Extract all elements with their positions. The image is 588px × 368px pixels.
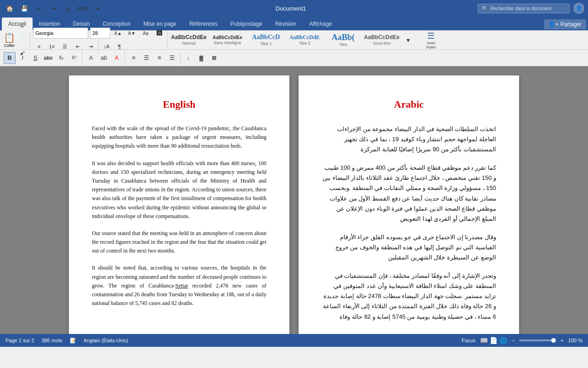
style-titre2-preview: AaBbCcDdE bbox=[289, 34, 320, 40]
font-family-input[interactable] bbox=[33, 28, 88, 39]
line-spacing-button[interactable]: ↕ bbox=[182, 52, 194, 64]
text-color-button[interactable]: A bbox=[111, 52, 123, 64]
strikethrough-button[interactable]: abc bbox=[42, 52, 54, 64]
toolbar-row1: 📋 Coller ✂ 📄 🖌 A▲ A▼ Aa 🅰 ≡ 1≡ ☰ ⇤ bbox=[0, 30, 588, 50]
language[interactable]: Anglais (États-Unis) bbox=[84, 338, 128, 343]
italic-button[interactable]: I bbox=[17, 52, 28, 64]
document-area: English Faced with the scale of the spre… bbox=[0, 66, 588, 334]
arabic-para-2: كما تقرر دعم موظفي قطاع الصحة بأكثر من 4… bbox=[322, 163, 496, 224]
tab-references[interactable]: Références bbox=[183, 17, 224, 30]
english-title: English bbox=[92, 98, 266, 110]
coller-label: Coller bbox=[4, 43, 15, 48]
title-bar: 🏠 💾 ↩ ↪ 🖨 ABC ▾ Document1 🔍 Rechercher d… bbox=[0, 0, 588, 17]
view-print-icon[interactable]: 📄 bbox=[490, 337, 498, 344]
zoom-thumb bbox=[551, 338, 556, 343]
format-section: B I S abc X₂ X² bbox=[2, 50, 82, 66]
superscript-button[interactable]: X² bbox=[68, 52, 80, 64]
spellcheck-icon[interactable]: ABC bbox=[77, 2, 89, 14]
align-center-button[interactable]: ☰ bbox=[141, 52, 153, 64]
title-right: 🔍 Rechercher dans le document 👤 bbox=[478, 3, 584, 14]
search-icon: 🔍 bbox=[482, 6, 488, 12]
volet-styles-button[interactable]: ☰ VoletStyles bbox=[419, 29, 442, 51]
align-section: ≡ ☰ ≡ ☰ ↕ ▓ ▦ bbox=[126, 50, 222, 66]
font-row1: A▲ A▼ Aa 🅰 bbox=[33, 27, 165, 39]
dropdown-icon[interactable]: ▾ bbox=[92, 2, 104, 14]
share-icon: 👤+ bbox=[548, 21, 559, 28]
view-icons: 📖 📄 🌐 bbox=[480, 337, 507, 344]
style-titre-preview: AaBb( bbox=[332, 33, 355, 43]
share-button[interactable]: 👤+ Partager bbox=[544, 19, 586, 29]
arabic-page: Arabic اتخذت السلطات الصحية في الدار الب… bbox=[299, 75, 519, 334]
shading-button[interactable]: ▓ bbox=[195, 52, 207, 64]
border-button[interactable]: ▦ bbox=[208, 52, 220, 64]
word-count: 386 mots bbox=[41, 338, 62, 343]
undo-icon[interactable]: ↩ bbox=[33, 2, 45, 14]
style-sous-titre[interactable]: AaBbCcDdEe Sous-titre bbox=[363, 30, 400, 50]
search-box[interactable]: 🔍 Rechercher dans le document bbox=[478, 4, 570, 13]
redo-icon[interactable]: ↪ bbox=[48, 2, 60, 14]
volet-label: VoletStyles bbox=[426, 41, 436, 49]
underline-button[interactable]: S bbox=[29, 52, 41, 64]
font-section: A▲ A▼ Aa 🅰 ≡ 1≡ ☰ ⇤ ⇥ ↕A ¶ bbox=[31, 32, 168, 48]
increase-font-icon[interactable]: A▲ bbox=[112, 27, 124, 39]
style-sans-interligne[interactable]: AaBbCcDdEe Sans interligne bbox=[209, 30, 246, 50]
font-color-button[interactable]: A bbox=[85, 52, 97, 64]
tab-revision[interactable]: Révision bbox=[269, 17, 303, 30]
color-section: A ab A bbox=[83, 50, 125, 66]
highlight-button[interactable]: ab bbox=[98, 52, 110, 64]
arabic-para-4: وتجدر الإشارة إلى أنه وفقًا لمصادر مختلف… bbox=[322, 271, 496, 322]
align-right-button[interactable]: ≡ bbox=[153, 52, 165, 64]
style-titre2[interactable]: AaBbCcDdE Titre 2 bbox=[286, 30, 323, 50]
english-para-1: Faced with the scale of the spread of th… bbox=[92, 124, 266, 151]
clear-format-icon[interactable]: 🅰 bbox=[153, 27, 165, 39]
settat-underline: Settat bbox=[175, 282, 188, 289]
document-title: Document1 bbox=[104, 5, 478, 12]
tab-affichage[interactable]: Affichage bbox=[303, 17, 339, 30]
save-icon[interactable]: 💾 bbox=[18, 2, 30, 14]
arabic-para-3: وقال مصدرنا إن الاجتماع جرى في جو يسوده … bbox=[322, 232, 496, 263]
view-read-icon[interactable]: 📖 bbox=[480, 337, 488, 344]
bold-button[interactable]: B bbox=[4, 52, 16, 64]
status-bar-right: Focus 📖 📄 🌐 − + 100 % bbox=[462, 337, 582, 344]
font-size-input[interactable] bbox=[90, 28, 110, 39]
english-para-2: It was also decided to support health of… bbox=[92, 159, 266, 221]
zoom-in-icon[interactable]: + bbox=[560, 338, 563, 343]
sep2 bbox=[180, 52, 181, 63]
align-left-button[interactable]: ≡ bbox=[128, 52, 140, 64]
style-normal-preview: AaBbCcDdEe bbox=[171, 34, 206, 40]
search-placeholder: Rechercher dans le document bbox=[490, 6, 551, 11]
zoom-slider[interactable] bbox=[519, 339, 556, 341]
arabic-para-1: اتخذت السلطات الصحية في الدار البيضاء مج… bbox=[322, 124, 496, 155]
styles-more-icon[interactable]: ▾ bbox=[402, 34, 414, 46]
title-bar-icons: 🏠 💾 ↩ ↪ 🖨 ABC ▾ bbox=[4, 2, 104, 14]
style-titre1[interactable]: AaBbCcD Titre 1 bbox=[248, 30, 284, 50]
zoom-out-icon[interactable]: − bbox=[512, 338, 514, 343]
status-bar: Page 1 sur 2 386 mots 📝 Anglais (États-U… bbox=[0, 334, 588, 347]
change-case-icon[interactable]: Aa bbox=[140, 27, 152, 39]
decrease-font-icon[interactable]: A▼ bbox=[126, 27, 138, 39]
zoom-level[interactable]: 100 % bbox=[568, 338, 582, 343]
coller-button[interactable]: 📋 Coller bbox=[4, 32, 15, 48]
share-label: Partager bbox=[560, 21, 582, 28]
style-normal[interactable]: AaBbCcDdEe Normal bbox=[170, 30, 207, 50]
tab-publipostage[interactable]: Publipostage bbox=[224, 17, 269, 30]
toolbar-row2: B I S abc X₂ X² A ab A ≡ ☰ ≡ ☰ ↕ ▓ ▦ bbox=[0, 50, 588, 66]
volet-icon: ☰ bbox=[427, 31, 435, 41]
style-sans-preview: AaBbCcDdEe bbox=[213, 35, 242, 40]
track-changes-icon[interactable]: 📝 bbox=[70, 338, 76, 344]
print-icon[interactable]: 🖨 bbox=[62, 2, 74, 14]
view-web-icon[interactable]: 🌐 bbox=[499, 337, 507, 344]
font-controls: A▲ A▼ Aa 🅰 ≡ 1≡ ☰ ⇤ ⇥ ↕A ¶ bbox=[33, 27, 165, 52]
styles-section: AaBbCcDdEe Normal AaBbCcDdEe Sans interl… bbox=[169, 32, 586, 48]
english-page: English Faced with the scale of the spre… bbox=[69, 75, 289, 334]
page-count: Page 1 sur 2 bbox=[6, 338, 34, 343]
user-avatar[interactable]: 👤 bbox=[573, 3, 584, 14]
focus-label[interactable]: Focus bbox=[462, 338, 475, 343]
subscript-button[interactable]: X₂ bbox=[55, 52, 67, 64]
home-icon[interactable]: 🏠 bbox=[4, 2, 16, 14]
arabic-title: Arabic bbox=[322, 98, 496, 110]
copy-icon[interactable]: 📄 bbox=[16, 34, 28, 46]
justify-button[interactable]: ☰ bbox=[166, 52, 178, 64]
style-titre[interactable]: AaBb( Titre bbox=[325, 30, 362, 50]
cut-icon[interactable]: ✂ bbox=[16, 21, 28, 33]
